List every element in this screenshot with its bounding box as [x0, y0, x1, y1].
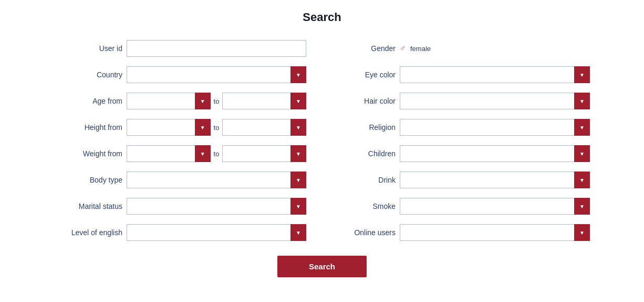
height-from-dropdown-btn[interactable] — [195, 119, 211, 136]
hair-color-label: Hair color — [338, 97, 396, 105]
weight-row: Weight from to — [54, 145, 306, 162]
country-label: Country — [54, 71, 122, 79]
user-id-input[interactable] — [127, 40, 306, 57]
age-range-group: to — [127, 93, 306, 109]
drink-select[interactable] — [400, 172, 574, 188]
eye-color-select[interactable] — [400, 66, 574, 83]
children-row: Children — [338, 145, 590, 162]
page-title: Search — [54, 11, 590, 24]
english-level-row: Level of english — [54, 224, 306, 241]
marital-status-dropdown-btn[interactable] — [290, 198, 306, 215]
height-to-select[interactable] — [222, 119, 290, 136]
search-button-row: Search — [54, 256, 590, 277]
age-row: Age from to — [54, 93, 306, 109]
eye-color-select-wrapper — [400, 66, 590, 83]
marital-status-label: Marital status — [54, 202, 122, 210]
country-select[interactable] — [127, 66, 290, 83]
drink-select-wrapper — [400, 172, 590, 188]
gender-value: female — [410, 45, 431, 53]
religion-select[interactable] — [400, 119, 574, 136]
religion-dropdown-btn[interactable] — [574, 119, 590, 136]
gender-icon: ♂ — [400, 44, 406, 53]
online-users-select[interactable] — [400, 224, 574, 241]
body-type-dropdown-btn[interactable] — [290, 172, 306, 188]
children-select-wrapper — [400, 145, 590, 162]
height-range-group: to — [127, 119, 306, 136]
hair-color-dropdown-btn[interactable] — [574, 93, 590, 109]
eye-color-row: Eye color — [338, 66, 590, 83]
weight-from-select[interactable] — [127, 145, 195, 162]
age-from-dropdown-btn[interactable] — [195, 93, 211, 109]
weight-from-label: Weight from — [54, 149, 122, 158]
search-button[interactable]: Search — [277, 256, 367, 277]
country-dropdown-btn[interactable] — [290, 66, 306, 83]
height-from-wrapper — [127, 119, 211, 136]
gender-wrapper: ♂ female — [400, 44, 590, 53]
gender-row: Gender ♂ female — [338, 40, 590, 57]
hair-color-select[interactable] — [400, 93, 574, 109]
smoke-dropdown-btn[interactable] — [574, 198, 590, 215]
religion-row: Religion — [338, 119, 590, 136]
age-from-wrapper — [127, 93, 211, 109]
country-row: Country — [54, 66, 306, 83]
marital-status-select-wrapper — [127, 198, 306, 215]
english-level-select[interactable] — [127, 224, 290, 241]
age-from-select[interactable] — [127, 93, 195, 109]
age-to-select[interactable] — [222, 93, 290, 109]
height-from-select[interactable] — [127, 119, 195, 136]
height-to-label: to — [214, 124, 220, 132]
body-type-select[interactable] — [127, 172, 290, 188]
body-type-row: Body type — [54, 172, 306, 188]
weight-to-dropdown-btn[interactable] — [290, 145, 306, 162]
smoke-select[interactable] — [400, 198, 574, 215]
gender-label: Gender — [338, 44, 396, 53]
online-users-label: Online users — [338, 228, 396, 237]
hair-color-row: Hair color — [338, 93, 590, 109]
weight-from-dropdown-btn[interactable] — [195, 145, 211, 162]
eye-color-dropdown-btn[interactable] — [574, 66, 590, 83]
drink-row: Drink — [338, 172, 590, 188]
age-to-label: to — [214, 97, 220, 105]
online-users-dropdown-btn[interactable] — [574, 224, 590, 241]
weight-to-label: to — [214, 150, 220, 158]
children-label: Children — [338, 149, 396, 158]
height-to-wrapper — [222, 119, 306, 136]
religion-label: Religion — [338, 123, 396, 132]
body-type-select-wrapper — [127, 172, 306, 188]
religion-select-wrapper — [400, 119, 590, 136]
weight-range-group: to — [127, 145, 306, 162]
weight-from-wrapper — [127, 145, 211, 162]
eye-color-label: Eye color — [338, 71, 396, 79]
smoke-label: Smoke — [338, 202, 396, 210]
english-level-label: Level of english — [54, 228, 122, 237]
online-users-select-wrapper — [400, 224, 590, 241]
user-id-label: User id — [54, 44, 122, 53]
smoke-select-wrapper — [400, 198, 590, 215]
height-from-label: Height from — [54, 123, 122, 132]
age-to-wrapper — [222, 93, 306, 109]
height-row: Height from to — [54, 119, 306, 136]
user-id-row: User id — [54, 40, 306, 57]
hair-color-select-wrapper — [400, 93, 590, 109]
weight-to-select[interactable] — [222, 145, 290, 162]
age-from-label: Age from — [54, 97, 122, 105]
weight-to-wrapper — [222, 145, 306, 162]
drink-dropdown-btn[interactable] — [574, 172, 590, 188]
marital-status-row: Marital status — [54, 198, 306, 215]
english-level-dropdown-btn[interactable] — [290, 224, 306, 241]
country-select-wrapper — [127, 66, 306, 83]
smoke-row: Smoke — [338, 198, 590, 215]
marital-status-select[interactable] — [127, 198, 290, 215]
english-level-select-wrapper — [127, 224, 306, 241]
children-dropdown-btn[interactable] — [574, 145, 590, 162]
height-to-dropdown-btn[interactable] — [290, 119, 306, 136]
children-select[interactable] — [400, 145, 574, 162]
body-type-label: Body type — [54, 176, 122, 184]
online-users-row: Online users — [338, 224, 590, 241]
age-to-dropdown-btn[interactable] — [290, 93, 306, 109]
drink-label: Drink — [338, 176, 396, 184]
